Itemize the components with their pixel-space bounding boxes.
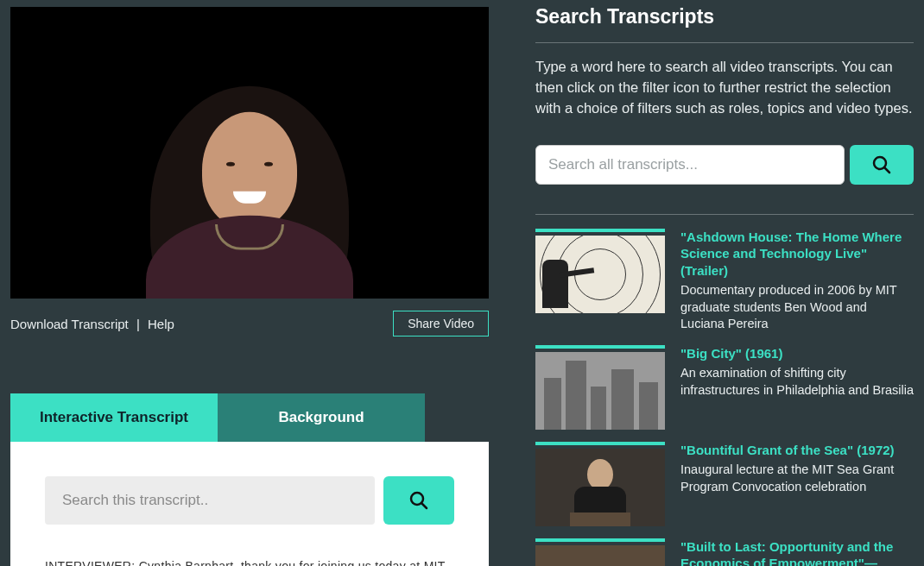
video-player[interactable] — [10, 7, 489, 299]
thumb-accent — [535, 538, 665, 542]
under-video-links: Download Transcript | Help — [10, 317, 174, 331]
separator: | — [136, 317, 140, 331]
divider — [535, 42, 914, 43]
result-list: "Ashdown House: The Home Where Science a… — [535, 229, 914, 566]
result-item[interactable]: "Bountiful Grant of the Sea" (1972) Inau… — [535, 442, 914, 526]
search-transcripts-title: Search Transcripts — [535, 5, 914, 28]
result-item[interactable]: "Built to Last: Opportunity and the Econ… — [535, 538, 914, 566]
divider — [535, 214, 914, 215]
result-title[interactable]: "Built to Last: Opportunity and the Econ… — [680, 538, 914, 566]
global-search-button[interactable] — [850, 145, 914, 185]
transcript-search-button[interactable] — [383, 476, 454, 525]
result-desc: Inaugural lecture at the MIT Sea Grant P… — [680, 462, 914, 495]
svg-line-3 — [884, 167, 889, 173]
tab-interactive-transcript[interactable]: Interactive Transcript — [10, 393, 218, 442]
result-thumbnail[interactable] — [535, 236, 665, 313]
thumb-accent — [535, 442, 665, 445]
result-item[interactable]: "Ashdown House: The Home Where Science a… — [535, 229, 914, 333]
transcript-body: INTERVIEWER: Cynthia Barnhart, thank you… — [45, 559, 454, 566]
result-thumbnail[interactable] — [535, 352, 665, 430]
result-desc: An examination of shifting city infrastr… — [680, 365, 914, 399]
transcript-panel: INTERVIEWER: Cynthia Barnhart, thank you… — [10, 442, 489, 566]
transcript-search-input[interactable] — [45, 476, 375, 525]
result-title[interactable]: "Bountiful Grant of the Sea" (1972) — [680, 442, 914, 459]
search-transcripts-desc: Type a word here to search all video tra… — [535, 57, 914, 119]
global-search-input[interactable] — [535, 145, 845, 185]
result-title[interactable]: "Big City" (1961) — [680, 345, 914, 362]
search-icon — [408, 490, 429, 511]
share-video-button[interactable]: Share Video — [393, 311, 489, 336]
tabs: Interactive Transcript Background — [10, 393, 489, 442]
tab-background[interactable]: Background — [218, 393, 425, 442]
result-desc: Documentary produced in 2006 by MIT grad… — [680, 282, 914, 333]
search-icon — [871, 154, 892, 175]
help-link[interactable]: Help — [148, 317, 174, 331]
download-transcript-link[interactable]: Download Transcript — [10, 317, 129, 331]
result-item[interactable]: "Big City" (1961) An examination of shif… — [535, 345, 914, 430]
result-thumbnail[interactable] — [535, 545, 665, 566]
video-still — [202, 112, 297, 229]
thumb-accent — [535, 345, 665, 349]
thumb-accent — [535, 229, 665, 232]
result-title[interactable]: "Ashdown House: The Home Where Science a… — [680, 229, 914, 280]
svg-line-1 — [421, 503, 427, 508]
result-thumbnail[interactable] — [535, 449, 665, 526]
